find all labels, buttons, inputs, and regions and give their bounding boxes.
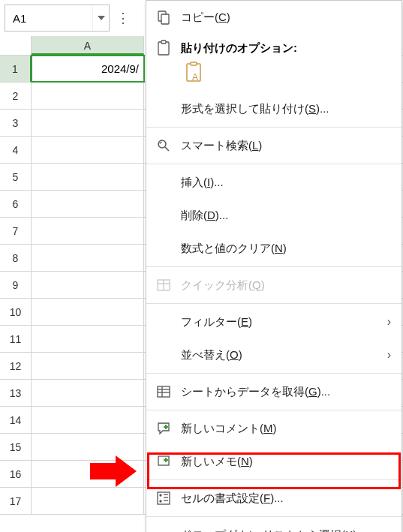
svg-rect-5 [191, 62, 197, 65]
chevron-right-icon: › [380, 315, 391, 329]
cell[interactable] [32, 353, 144, 379]
menu-filter[interactable]: フィルター(E) › [146, 305, 401, 338]
paste-options-header: 貼り付けのオプション: [146, 34, 401, 58]
cell[interactable] [32, 164, 144, 190]
svg-line-8 [165, 147, 169, 151]
row-header[interactable]: 11 [0, 326, 32, 352]
menu-label: 並べ替え(O) [181, 348, 371, 362]
clipboard-icon [155, 40, 172, 56]
cell[interactable] [32, 488, 144, 514]
svg-rect-12 [158, 386, 170, 397]
menu-label: クイック分析(Q) [181, 278, 391, 293]
comment-icon [155, 420, 172, 437]
cell[interactable] [32, 272, 144, 298]
menu-separator [146, 127, 401, 128]
row-header[interactable]: 13 [0, 380, 32, 406]
menu-dropdown-select[interactable]: ドロップダウン リストから選択(K)... [146, 518, 401, 532]
row-header[interactable]: 2 [0, 83, 32, 109]
menu-label: ドロップダウン リストから選択(K)... [181, 528, 391, 533]
paste-default-button[interactable]: A [181, 59, 208, 86]
menu-new-comment[interactable]: 新しいコメント(M) [146, 412, 401, 445]
menu-label: セルの書式設定(F)... [181, 491, 391, 506]
cell[interactable] [32, 326, 144, 352]
menu-sort[interactable]: 並べ替え(O) › [146, 338, 401, 371]
row-header[interactable]: 5 [0, 164, 32, 190]
name-box[interactable]: A1 [5, 5, 110, 32]
cell[interactable] [32, 407, 144, 433]
menu-separator [146, 164, 401, 164]
menu-label: 形式を選択して貼り付け(S)... [181, 102, 391, 116]
format-icon [155, 490, 172, 506]
menu-separator [146, 303, 401, 304]
context-menu: コピー(C) 貼り付けのオプション: A 形式を選択して貼り付け(S)... [146, 0, 402, 532]
svg-rect-3 [161, 41, 166, 44]
menu-label: シートからデータを取得(G)... [181, 385, 391, 399]
note-icon [155, 453, 172, 470]
copy-icon [155, 9, 172, 26]
row-header[interactable]: 10 [0, 299, 32, 325]
svg-rect-1 [161, 14, 169, 24]
row-header[interactable]: 15 [0, 434, 32, 460]
menu-label: 挿入(I)... [181, 176, 391, 190]
menu-paste-special[interactable]: 形式を選択して貼り付け(S)... [146, 92, 401, 125]
name-box-dropdown[interactable] [92, 5, 109, 31]
cell[interactable] [32, 434, 144, 460]
menu-label: スマート検索(L) [181, 139, 391, 153]
menu-separator [146, 410, 401, 410]
menu-insert[interactable]: 挿入(I)... [146, 166, 401, 199]
cell[interactable] [32, 137, 144, 163]
table-icon [155, 383, 172, 400]
menu-get-data[interactable]: シートからデータを取得(G)... [146, 375, 401, 408]
menu-separator [146, 516, 401, 517]
menu-label: 新しいメモ(N) [181, 455, 391, 469]
column-header-a[interactable]: A [32, 36, 144, 55]
menu-format-cells[interactable]: セルの書式設定(F)... [146, 482, 401, 515]
row-header[interactable]: 9 [0, 272, 32, 298]
menu-smart-lookup[interactable]: スマート検索(L) [146, 129, 401, 162]
more-icon[interactable]: ⋮ [114, 5, 132, 32]
row-header[interactable]: 4 [0, 137, 32, 163]
cell[interactable] [32, 191, 144, 217]
cell[interactable] [32, 245, 144, 271]
paste-options-row: A [146, 58, 401, 92]
menu-quick-analysis: クイック分析(Q) [146, 269, 401, 302]
row-header[interactable]: 14 [0, 407, 32, 433]
row-header[interactable]: 3 [0, 110, 32, 136]
menu-label: 数式と値のクリア(N) [181, 242, 391, 256]
menu-separator [146, 266, 401, 267]
menu-new-note[interactable]: 新しいメモ(N) [146, 445, 401, 478]
menu-delete[interactable]: 削除(D)... [146, 199, 401, 232]
cell[interactable] [32, 83, 144, 109]
menu-separator [146, 479, 401, 480]
row-header[interactable]: 7 [0, 218, 32, 244]
menu-label: 削除(D)... [181, 209, 391, 223]
menu-copy[interactable]: コピー(C) [146, 1, 401, 34]
select-all-corner[interactable] [0, 36, 32, 55]
name-box-value: A1 [5, 12, 92, 25]
svg-text:A: A [192, 72, 198, 83]
menu-label: 新しいコメント(M) [181, 422, 391, 436]
svg-point-23 [160, 500, 161, 502]
search-icon [155, 137, 172, 154]
row-header[interactable]: 17 [0, 488, 32, 514]
paste-options-label: 貼り付けのオプション: [181, 41, 297, 56]
row-header[interactable]: 6 [0, 191, 32, 217]
cell[interactable]: 2024/9/ [32, 56, 144, 82]
cell[interactable] [32, 461, 144, 487]
cell[interactable] [32, 110, 144, 136]
row-header[interactable]: 1 [0, 56, 32, 82]
cell[interactable] [32, 299, 144, 325]
cell[interactable] [32, 380, 144, 406]
row-header[interactable]: 8 [0, 245, 32, 271]
menu-separator [146, 373, 401, 374]
menu-clear[interactable]: 数式と値のクリア(N) [146, 232, 401, 265]
quick-analysis-icon [155, 277, 172, 293]
menu-label: コピー(C) [181, 11, 391, 25]
cell[interactable] [32, 218, 144, 244]
row-header[interactable]: 16 [0, 461, 32, 487]
row-header[interactable]: 12 [0, 353, 32, 379]
chevron-right-icon: › [380, 348, 391, 362]
menu-label: フィルター(E) [181, 315, 371, 329]
svg-point-22 [160, 494, 161, 496]
